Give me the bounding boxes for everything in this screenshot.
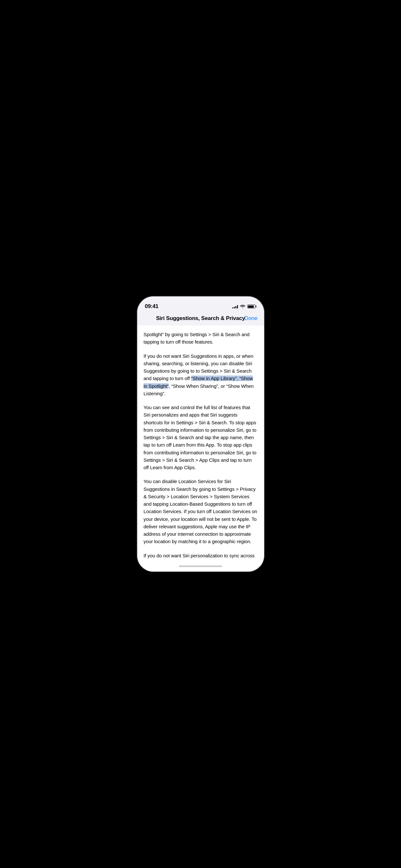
home-indicator bbox=[137, 561, 264, 571]
nav-header: Siri Suggestions, Search & Privacy Done bbox=[137, 313, 264, 326]
page-title: Siri Suggestions, Search & Privacy bbox=[156, 315, 245, 321]
paragraph-2: If you do not want Siri Suggestions in a… bbox=[144, 352, 258, 398]
status-time: 09:41 bbox=[145, 303, 158, 310]
content-area[interactable]: Spotlight" by going to Settings > Siri &… bbox=[137, 326, 264, 561]
paragraph-3: You can see and control the full list of… bbox=[144, 404, 258, 471]
done-button[interactable]: Done bbox=[244, 315, 258, 321]
paragraph-5: If you do not want Siri personalization … bbox=[144, 552, 258, 561]
paragraph-4: You can disable Location Services for Si… bbox=[144, 477, 258, 545]
status-bar: 09:41 bbox=[137, 297, 264, 313]
paragraph-1: Spotlight" by going to Settings > Siri &… bbox=[144, 331, 258, 346]
wifi-icon bbox=[240, 305, 245, 308]
signal-icon bbox=[232, 305, 238, 308]
phone-frame: 09:41 bbox=[137, 297, 264, 571]
battery-icon bbox=[247, 305, 256, 308]
screen: 09:41 bbox=[137, 297, 264, 571]
home-bar bbox=[179, 565, 222, 567]
status-icons bbox=[232, 305, 256, 308]
